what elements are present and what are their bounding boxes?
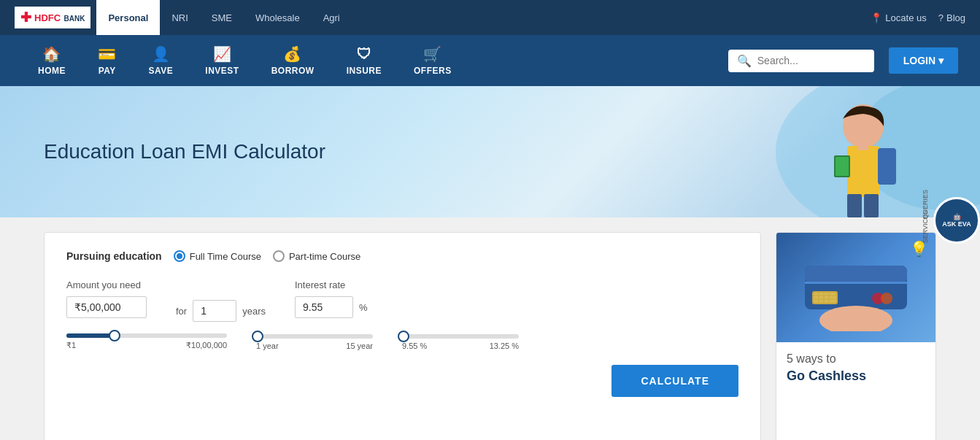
interest-slider-track	[402, 334, 519, 339]
secondary-nav: 🏠 HOME 💳 PAY 👤 SAVE 📈 INVEST 💰 BORROW 🛡 …	[0, 35, 980, 86]
nav-pay[interactable]: 💳 PAY	[82, 35, 133, 86]
svg-rect-12	[805, 282, 907, 284]
cashless-illustration	[798, 244, 914, 331]
location-icon: 📍	[871, 12, 882, 23]
locate-us-link[interactable]: 📍 Locate us	[871, 12, 926, 23]
tab-nri[interactable]: NRI	[160, 0, 199, 35]
logo-box: ✚ HDFC BANK	[15, 7, 90, 28]
pay-icon: 💳	[98, 45, 117, 63]
duration-slider-labels: 1 year 15 year	[256, 341, 373, 350]
svg-rect-11	[805, 266, 907, 284]
amount-field-group: Amount you need	[66, 279, 147, 318]
amount-input-row	[66, 296, 147, 318]
svg-rect-6	[836, 157, 849, 176]
ask-eva-widget: QUERIES REQUESTS PRODUCTS SERVICES 🤖ASK …	[933, 197, 980, 244]
nav-save[interactable]: 👤 SAVE	[133, 35, 190, 86]
sidebar-image: 💡	[776, 233, 935, 342]
invest-icon: 📈	[213, 45, 232, 63]
home-icon: 🏠	[42, 45, 61, 63]
tab-agri[interactable]: Agri	[312, 0, 352, 35]
svg-rect-3	[847, 146, 879, 197]
full-time-radio[interactable]: Full Time Course	[174, 250, 261, 262]
blog-link[interactable]: ? Blog	[938, 12, 965, 23]
sidebar-text: 5 ways to Go Cashless	[776, 342, 935, 394]
amount-slider-labels: ₹1 ₹10,00,000	[66, 341, 227, 350]
amount-slider-track	[66, 333, 227, 338]
pursuing-label: Pursuing education	[66, 250, 162, 262]
top-nav-bar: ✚ HDFC BANK Personal NRI SME Wholesale A…	[0, 0, 980, 35]
calculator-card: Pursuing education Full Time Course Part…	[44, 232, 761, 440]
tab-personal[interactable]: Personal	[96, 0, 160, 35]
interest-input[interactable]	[295, 296, 353, 318]
interest-unit: %	[359, 302, 368, 313]
interest-label: Interest rate	[295, 279, 368, 290]
svg-point-22	[819, 306, 892, 331]
nav-invest[interactable]: 📈 INVEST	[189, 35, 255, 86]
duration-unit: years	[242, 306, 266, 317]
hero-title: Education Loan EMI Calculator	[44, 140, 325, 163]
amount-slider-fill	[66, 333, 115, 338]
duration-label: for	[176, 306, 187, 317]
search-icon: 🔍	[737, 54, 752, 68]
duration-input-row: for years	[176, 300, 266, 322]
nav-borrow[interactable]: 💰 BORROW	[255, 35, 331, 86]
sec-nav-items: 🏠 HOME 💳 PAY 👤 SAVE 📈 INVEST 💰 BORROW 🛡 …	[22, 35, 728, 86]
tab-wholesale[interactable]: Wholesale	[244, 0, 312, 35]
offers-icon: 🛒	[423, 45, 442, 63]
full-time-radio-dot	[174, 250, 185, 262]
tab-sme[interactable]: SME	[200, 0, 244, 35]
interest-input-row: %	[295, 296, 368, 318]
duration-slider-track	[256, 334, 373, 339]
logo-cross-icon: ✚	[20, 9, 31, 26]
svg-rect-8	[864, 194, 879, 217]
nav-offers[interactable]: 🛒 OFFERS	[398, 35, 468, 86]
interest-field-group: Interest rate %	[295, 279, 368, 318]
svg-rect-7	[847, 194, 862, 217]
sliders-row: ₹1 ₹10,00,000 1 year 15 year	[66, 333, 738, 350]
fields-row: Amount you need for years Interest rate	[66, 279, 738, 322]
logo-text: HDFC BANK	[34, 11, 85, 24]
duration-field-group: for years	[176, 279, 266, 322]
part-time-radio[interactable]: Part-time Course	[273, 250, 360, 262]
svg-rect-14	[814, 293, 836, 303]
duration-slider-wrap: 1 year 15 year	[256, 334, 373, 350]
interest-slider-thumb[interactable]	[398, 331, 409, 342]
interest-slider-labels: 9.55 % 13.25 %	[402, 341, 519, 350]
pursuing-row: Pursuing education Full Time Course Part…	[66, 250, 738, 262]
ask-eva-button[interactable]: 🤖ASK EVA	[933, 197, 980, 244]
calculate-button[interactable]: CALCULATE	[611, 365, 738, 397]
nav-insure[interactable]: 🛡 INSURE	[331, 35, 398, 86]
amount-input[interactable]	[66, 296, 147, 318]
calculate-btn-row: CALCULATE	[66, 365, 738, 397]
hero-banner: Education Loan EMI Calculator	[0, 86, 980, 217]
question-icon: ?	[938, 12, 944, 23]
duration-input[interactable]	[193, 300, 236, 322]
sidebar-card[interactable]: 💡 5 ways to Go Cashless	[776, 232, 936, 440]
go-cashless-text: Go Cashless	[787, 368, 925, 384]
amount-slider-wrap: ₹1 ₹10,00,000	[66, 333, 227, 350]
search-box: 🔍	[728, 50, 874, 72]
duration-slider-thumb[interactable]	[252, 331, 263, 342]
borrow-icon: 💰	[283, 45, 302, 63]
amount-label: Amount you need	[66, 279, 147, 290]
insure-icon: 🛡	[357, 46, 372, 63]
login-button[interactable]: LOGIN ▾	[889, 47, 958, 74]
save-icon: 👤	[152, 45, 171, 63]
main-content: Pursuing education Full Time Course Part…	[0, 217, 980, 440]
svg-rect-9	[858, 142, 868, 150]
five-ways-text: 5 ways to	[787, 352, 925, 366]
svg-rect-4	[878, 148, 896, 185]
nav-home[interactable]: 🏠 HOME	[22, 35, 82, 86]
services-label: SERVICES	[922, 210, 929, 243]
top-right-links: 📍 Locate us ? Blog	[871, 12, 965, 23]
top-nav-tabs: Personal NRI SME Wholesale Agri	[96, 0, 871, 35]
part-time-radio-dot	[273, 250, 285, 262]
course-radio-group: Full Time Course Part-time Course	[174, 250, 361, 262]
svg-point-21	[881, 293, 892, 304]
amount-slider-thumb[interactable]	[109, 330, 120, 341]
logo-area[interactable]: ✚ HDFC BANK	[15, 7, 90, 28]
interest-slider-wrap: 9.55 % 13.25 %	[402, 334, 519, 350]
search-input[interactable]	[757, 55, 865, 66]
